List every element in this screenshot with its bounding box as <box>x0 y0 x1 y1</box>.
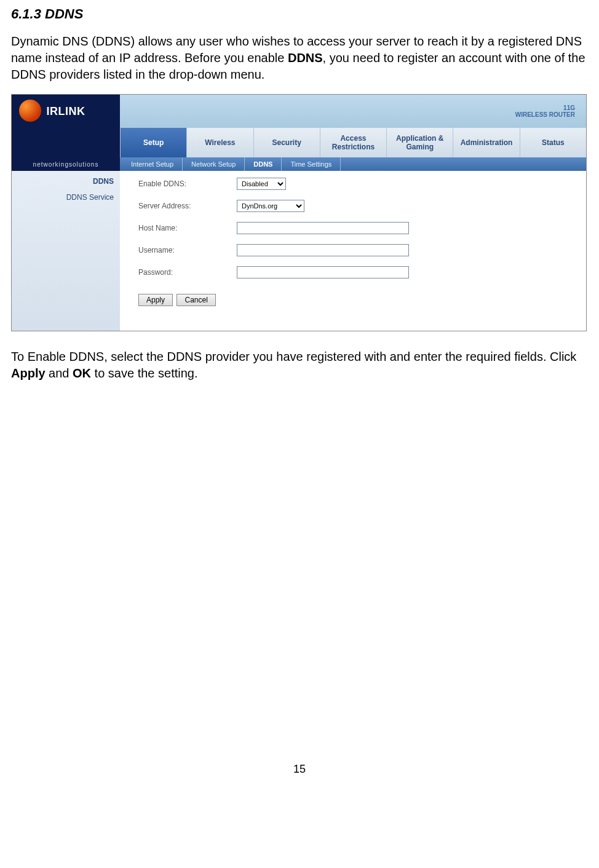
p1-bold: DDNS <box>288 51 323 65</box>
tab-access-restrictions[interactable]: Access Restrictions <box>320 128 386 157</box>
page-number: 15 <box>11 763 588 776</box>
intro-paragraph: Dynamic DNS (DDNS) allows any user who w… <box>11 33 588 83</box>
form-column: Enable DDNS: Disabled Server Address: Dy… <box>120 171 586 331</box>
side-label: DDNS Service <box>12 193 114 202</box>
banner: 11G WIRELESS ROUTER <box>120 95 586 128</box>
button-row: Apply Cancel <box>138 294 574 306</box>
row-username: Username: <box>138 243 574 257</box>
logo-text: IRLINK <box>47 105 85 118</box>
banner-line2: WIRELESS ROUTER <box>515 111 575 118</box>
select-enable-ddns[interactable]: Disabled <box>237 178 286 190</box>
row-enable-ddns: Enable DDNS: Disabled <box>138 177 574 191</box>
tab-security[interactable]: Security <box>253 128 320 157</box>
side-column: DDNS DDNS Service <box>12 171 120 331</box>
select-server-address[interactable]: DynDns.org <box>237 200 304 212</box>
section-title-text: DDNS <box>45 6 83 22</box>
tab-setup[interactable]: Setup <box>120 128 186 157</box>
p2-mid: and <box>46 366 73 380</box>
section-number: 6.1.3 <box>11 6 41 22</box>
p2-pre: To Enable DDNS, select the DDNS provider… <box>11 350 576 363</box>
main-nav: Setup Wireless Security Access Restricti… <box>12 128 586 157</box>
label-username: Username: <box>138 246 237 254</box>
sub-nav: Internet Setup Network Setup DDNS Time S… <box>120 157 586 171</box>
tab-application-gaming[interactable]: Application & Gaming <box>386 128 453 157</box>
banner-line1: 11G <box>563 105 575 111</box>
tab-status[interactable]: Status <box>520 128 586 157</box>
section-heading: 6.1.3 DDNS <box>11 6 588 22</box>
row-password: Password: <box>138 266 574 279</box>
apply-button[interactable]: Apply <box>138 294 173 306</box>
router-admin-panel: IRLINK 11G WIRELESS ROUTER Setup Wireles… <box>11 94 587 331</box>
subtab-time-settings[interactable]: Time Settings <box>282 157 341 171</box>
side-heading: DDNS <box>12 177 114 186</box>
instruction-paragraph: To Enable DDNS, select the DDNS provider… <box>11 349 588 382</box>
router-header: IRLINK 11G WIRELESS ROUTER <box>12 95 586 128</box>
row-server-address: Server Address: DynDns.org <box>138 199 574 213</box>
subtab-internet-setup[interactable]: Internet Setup <box>122 157 183 171</box>
p2-post: to save the setting. <box>91 366 197 380</box>
subtab-network-setup[interactable]: Network Setup <box>183 157 245 171</box>
label-enable-ddns: Enable DDNS: <box>138 180 237 188</box>
input-username[interactable] <box>237 244 409 256</box>
subtab-ddns[interactable]: DDNS <box>245 157 282 171</box>
logo-swoosh-icon <box>19 100 41 122</box>
networking-solutions-label: networkingsolutions <box>12 157 120 171</box>
input-host-name[interactable] <box>237 222 409 234</box>
row-host-name: Host Name: <box>138 221 574 235</box>
main-nav-spacer <box>12 128 120 157</box>
sub-nav-row: networkingsolutions Internet Setup Netwo… <box>12 157 586 171</box>
input-password[interactable] <box>237 266 409 278</box>
p2-b2: OK <box>73 366 91 380</box>
cancel-button[interactable]: Cancel <box>177 294 215 306</box>
p2-b1: Apply <box>11 366 46 380</box>
tab-administration[interactable]: Administration <box>453 128 519 157</box>
label-password: Password: <box>138 268 237 277</box>
label-server-address: Server Address: <box>138 202 237 210</box>
content-area: DDNS DDNS Service Enable DDNS: Disabled … <box>12 171 586 331</box>
logo-area: IRLINK <box>12 95 120 128</box>
label-host-name: Host Name: <box>138 224 237 232</box>
tab-wireless[interactable]: Wireless <box>186 128 253 157</box>
banner-label: 11G WIRELESS ROUTER <box>515 105 575 118</box>
